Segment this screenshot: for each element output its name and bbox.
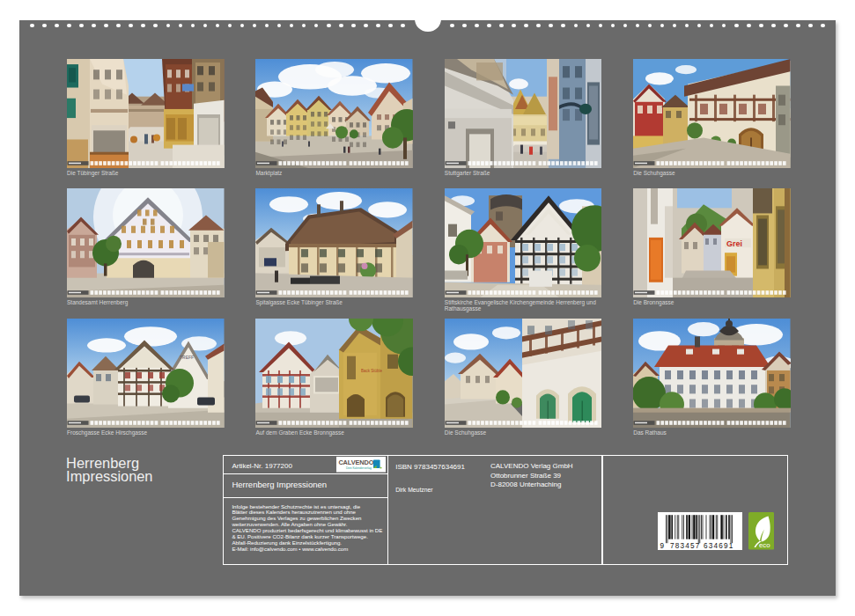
svg-text:Dein Kalenderverlag: Dein Kalenderverlag	[346, 466, 372, 470]
svg-text:634691: 634691	[704, 542, 734, 550]
svg-text:Back Stüble: Back Stüble	[361, 369, 382, 373]
svg-text:TREFF: TREFF	[180, 355, 194, 360]
svg-text:eco: eco	[759, 542, 770, 550]
svg-text:CALVENDO: CALVENDO	[338, 458, 373, 466]
svg-text:9: 9	[660, 542, 665, 550]
svg-text:Grei: Grei	[726, 239, 742, 248]
svg-text:783457: 783457	[670, 542, 701, 550]
